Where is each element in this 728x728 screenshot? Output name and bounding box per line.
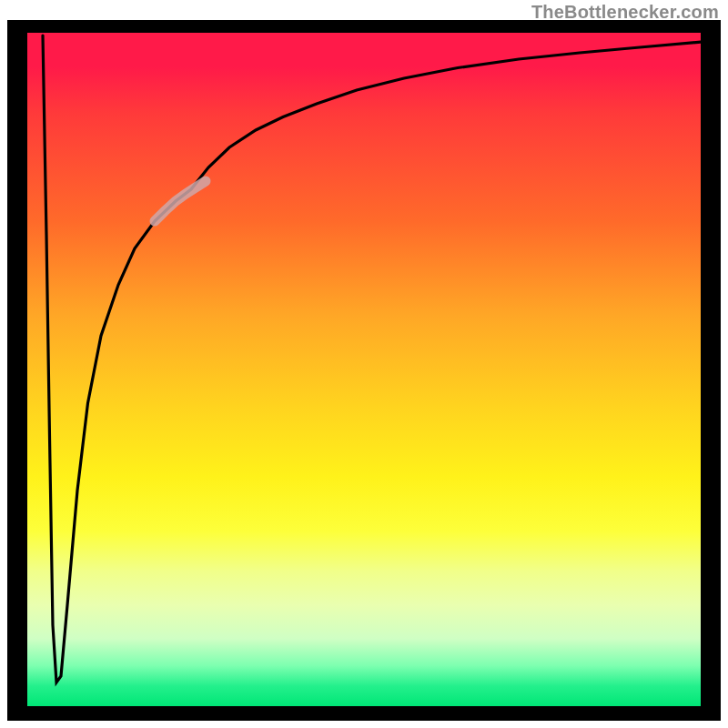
plot-area bbox=[27, 33, 701, 706]
curve-layer bbox=[27, 33, 701, 706]
highlight-segment bbox=[155, 181, 206, 221]
main-curve bbox=[43, 35, 701, 682]
chart-frame: TheBottlenecker.com bbox=[0, 0, 728, 728]
plot-border bbox=[7, 20, 721, 721]
